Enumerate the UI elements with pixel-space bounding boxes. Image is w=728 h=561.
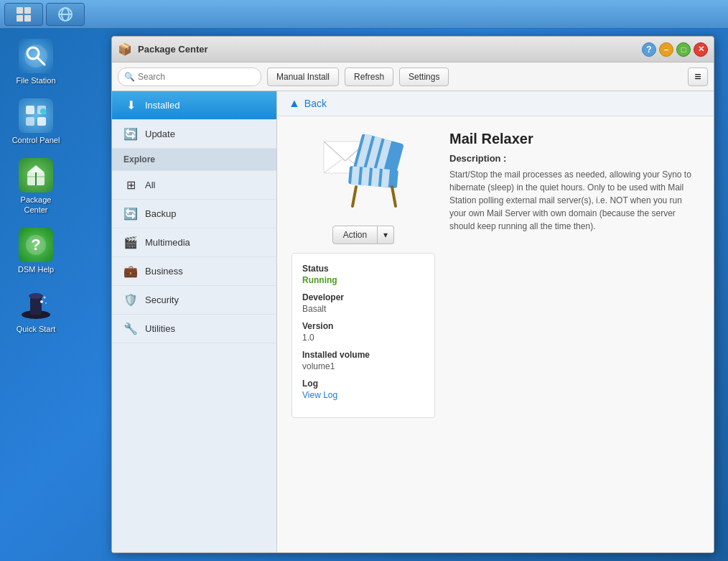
status-value: Running <box>302 275 424 285</box>
action-button[interactable]: Action <box>332 226 378 244</box>
package-description-text: Start/Stop the mail processes as needed,… <box>449 168 699 233</box>
desktop-icon-file-station[interactable]: File Station <box>7 36 65 88</box>
title-bar: 📦 Package Center ? – □ ✕ <box>112 37 714 62</box>
action-dropdown-button[interactable]: ▾ <box>378 226 394 244</box>
svg-rect-10 <box>26 106 34 114</box>
sidebar-item-multimedia[interactable]: 🎬 Multimedia <box>112 228 276 257</box>
log-label: Log <box>302 379 424 389</box>
view-log-link[interactable]: View Log <box>302 390 337 400</box>
search-input[interactable] <box>138 72 255 82</box>
svg-rect-13 <box>37 117 46 126</box>
security-icon: 🛡️ <box>123 293 138 307</box>
back-bar: ▲ Back <box>277 91 714 116</box>
file-station-label: File Station <box>16 76 55 85</box>
main-content: ⬇ Installed 🔄 Update Explore ⊞ All 🔄 Bac… <box>112 91 714 552</box>
package-title: Mail Relaxer <box>449 131 699 147</box>
update-icon: 🔄 <box>123 127 138 141</box>
desktop-icons: File Station Control Panel Package Cente… <box>7 36 65 337</box>
sidebar-explore-header: Explore <box>112 149 276 171</box>
utilities-icon: 🔧 <box>123 322 138 335</box>
installed-label: Installed <box>145 100 179 111</box>
sidebar-item-business[interactable]: 💼 Business <box>112 257 276 286</box>
desktop-icon-control-panel[interactable]: Control Panel <box>7 96 65 148</box>
svg-point-25 <box>44 296 46 298</box>
search-box[interactable]: 🔍 <box>118 68 261 86</box>
svg-rect-12 <box>26 117 34 126</box>
svg-point-23 <box>29 293 43 299</box>
sidebar-item-utilities[interactable]: 🔧 Utilities <box>112 315 276 343</box>
info-panel: Status Running Developer Basalt Version … <box>291 253 435 418</box>
taskbar <box>0 0 728 29</box>
close-button[interactable]: ✕ <box>694 42 708 57</box>
developer-row: Developer Basalt <box>302 292 424 314</box>
window-title: Package Center <box>138 44 636 55</box>
version-row: Version 1.0 <box>302 321 424 343</box>
package-center-window: 📦 Package Center ? – □ ✕ 🔍 Manual Instal… <box>111 36 714 553</box>
sidebar: ⬇ Installed 🔄 Update Explore ⊞ All 🔄 Bac… <box>112 91 277 552</box>
refresh-button[interactable]: Refresh <box>345 68 393 86</box>
installed-volume-row: Installed volume volume1 <box>302 350 424 371</box>
toolbar: 🔍 Manual Install Refresh Settings ≡ <box>112 62 714 91</box>
multimedia-icon: 🎬 <box>123 236 138 249</box>
svg-marker-16 <box>27 165 45 172</box>
installed-volume-value: volume1 <box>302 361 424 371</box>
svg-rect-2 <box>17 15 23 22</box>
version-label: Version <box>302 321 424 331</box>
settings-button[interactable]: Settings <box>399 68 449 86</box>
action-button-group: Action ▾ <box>332 226 394 244</box>
explore-label: Explore <box>123 154 155 164</box>
status-label: Status <box>302 264 424 274</box>
desktop-icon-package-center[interactable]: Package Center <box>7 155 65 217</box>
security-label: Security <box>145 295 179 305</box>
taskbar-grid-button[interactable] <box>4 3 43 26</box>
sidebar-item-backup[interactable]: 🔄 Backup <box>112 200 276 228</box>
svg-point-24 <box>40 300 43 303</box>
backup-label: Backup <box>145 208 176 219</box>
sidebar-item-all[interactable]: ⊞ All <box>112 171 276 200</box>
log-row: Log View Log <box>302 379 424 400</box>
developer-label: Developer <box>302 292 424 302</box>
menu-button[interactable]: ≡ <box>688 68 708 86</box>
dsm-help-label: DSM Help <box>18 265 54 274</box>
back-arrow-icon[interactable]: ▲ <box>289 97 300 110</box>
package-icon <box>320 131 406 217</box>
utilities-label: Utilities <box>145 323 175 334</box>
installed-volume-label: Installed volume <box>302 350 424 360</box>
desktop-icon-quick-start[interactable]: Quick Start <box>7 284 65 337</box>
status-row: Status Running <box>302 264 424 285</box>
all-icon: ⊞ <box>123 178 138 192</box>
all-label: All <box>145 180 155 190</box>
installed-icon: ⬇ <box>123 98 138 112</box>
package-left: Action ▾ Status Running Developer Basalt <box>291 131 435 538</box>
minimize-button[interactable]: – <box>659 42 673 57</box>
desktop-icon-dsm-help[interactable]: ? DSM Help <box>7 225 65 277</box>
quick-start-label: Quick Start <box>17 325 55 334</box>
help-button[interactable]: ? <box>642 42 656 57</box>
version-value: 1.0 <box>302 333 424 343</box>
business-icon: 💼 <box>123 264 138 278</box>
back-button[interactable]: Back <box>304 98 327 109</box>
package-center-label: Package Center <box>10 195 62 214</box>
svg-line-42 <box>392 187 396 206</box>
package-area: Action ▾ Status Running Developer Basalt <box>277 116 714 552</box>
business-label: Business <box>145 266 183 277</box>
multimedia-label: Multimedia <box>145 237 190 248</box>
content-panel: ▲ Back <box>277 91 714 552</box>
sidebar-item-installed[interactable]: ⬇ Installed <box>112 91 276 120</box>
window-controls: ? – □ ✕ <box>642 42 708 57</box>
developer-value: Basalt <box>302 304 424 314</box>
sidebar-item-update[interactable]: 🔄 Update <box>112 120 276 149</box>
svg-rect-0 <box>17 7 23 14</box>
manual-install-button[interactable]: Manual Install <box>267 68 339 86</box>
update-label: Update <box>145 129 175 139</box>
svg-point-26 <box>45 302 47 304</box>
description-area: Mail Relaxer Description : Start/Stop th… <box>449 131 699 538</box>
svg-rect-3 <box>24 15 31 22</box>
svg-rect-1 <box>24 7 31 14</box>
control-panel-label: Control Panel <box>12 136 60 145</box>
sidebar-item-security[interactable]: 🛡️ Security <box>112 286 276 315</box>
taskbar-globe-button[interactable] <box>46 3 85 26</box>
maximize-button[interactable]: □ <box>676 42 691 57</box>
menu-icon: ≡ <box>694 70 701 83</box>
svg-text:?: ? <box>31 236 40 254</box>
